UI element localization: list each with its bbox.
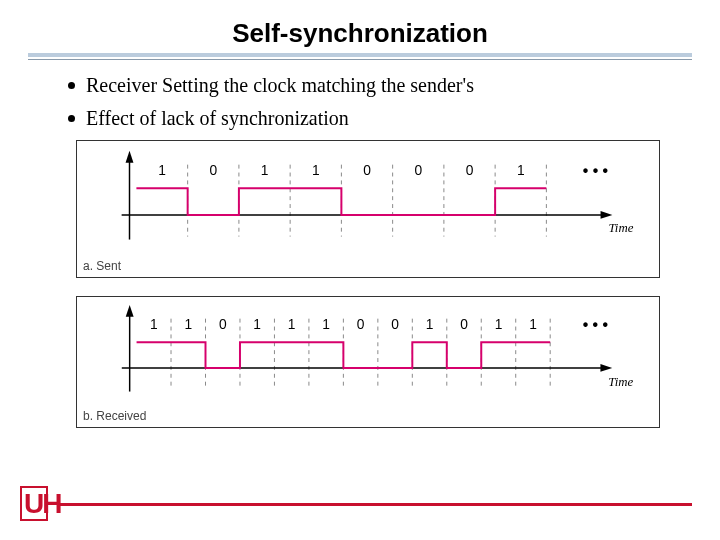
svg-text:0: 0: [466, 163, 474, 178]
svg-marker-33: [126, 305, 134, 317]
figure-panel-received: • • • Time 110111001011 b. Received: [76, 296, 660, 428]
title-rule: [28, 53, 692, 60]
time-axis-label: Time: [608, 221, 633, 235]
ellipsis: • • •: [583, 316, 608, 333]
bullet-list: Receiver Setting the clock matching the …: [28, 74, 696, 130]
svg-text:1: 1: [184, 317, 192, 332]
bullet-item: Receiver Setting the clock matching the …: [68, 74, 696, 97]
svg-text:1: 1: [253, 317, 261, 332]
svg-text:1: 1: [288, 317, 296, 332]
time-axis-label: Time: [608, 375, 633, 389]
svg-text:1: 1: [529, 317, 537, 332]
svg-text:0: 0: [391, 317, 399, 332]
svg-text:1: 1: [150, 317, 158, 332]
svg-text:1: 1: [261, 163, 269, 178]
svg-marker-11: [601, 211, 613, 219]
svg-text:0: 0: [357, 317, 365, 332]
svg-text:1: 1: [495, 317, 503, 332]
waveform-sent: • • • Time 10110001: [77, 141, 659, 277]
svg-text:1: 1: [158, 163, 166, 178]
svg-text:0: 0: [363, 163, 371, 178]
svg-marker-35: [600, 364, 612, 372]
panel-caption: a. Sent: [83, 259, 121, 273]
uh-logo: UH: [20, 488, 62, 520]
svg-text:0: 0: [460, 317, 468, 332]
svg-text:1: 1: [426, 317, 434, 332]
svg-marker-9: [126, 151, 134, 163]
svg-text:0: 0: [219, 317, 227, 332]
page-title: Self-synchronization: [0, 18, 720, 49]
svg-text:1: 1: [312, 163, 320, 178]
svg-text:1: 1: [322, 317, 330, 332]
bullet-item: Effect of lack of synchronization: [68, 107, 696, 130]
panel-caption: b. Received: [83, 409, 146, 423]
svg-text:0: 0: [414, 163, 422, 178]
svg-text:1: 1: [517, 163, 525, 178]
svg-text:0: 0: [209, 163, 217, 178]
footer-rule: [60, 503, 692, 506]
figure-panel-sent: • • • Time 10110001 a. Sent: [76, 140, 660, 278]
ellipsis: • • •: [583, 162, 608, 179]
waveform-received: • • • Time 110111001011: [77, 297, 659, 427]
